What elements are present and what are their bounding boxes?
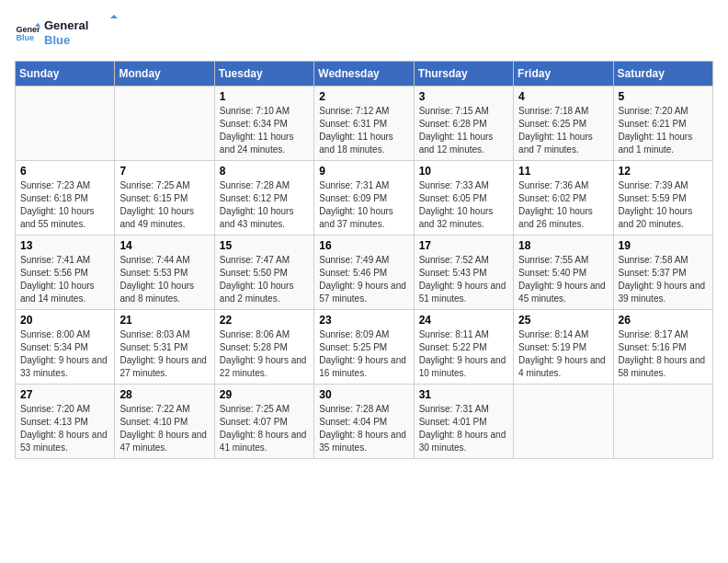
day-number: 16 — [319, 239, 408, 252]
calendar-cell: 21Sunrise: 8:03 AM Sunset: 5:31 PM Dayli… — [115, 310, 214, 385]
day-number: 8 — [220, 165, 309, 178]
day-number: 10 — [419, 165, 508, 178]
day-number: 24 — [419, 314, 508, 327]
calendar-cell: 20Sunrise: 8:00 AM Sunset: 5:34 PM Dayli… — [16, 310, 115, 385]
day-number: 28 — [119, 388, 209, 401]
logo-icon: General Blue — [15, 20, 40, 46]
day-number: 23 — [319, 314, 408, 327]
day-number: 5 — [619, 90, 708, 103]
day-info: Sunrise: 7:52 AM Sunset: 5:43 PM Dayligh… — [419, 254, 508, 305]
calendar-cell: 7Sunrise: 7:25 AM Sunset: 6:15 PM Daylig… — [115, 161, 214, 236]
calendar-cell: 15Sunrise: 7:47 AM Sunset: 5:50 PM Dayli… — [214, 236, 313, 310]
day-info: Sunrise: 7:10 AM Sunset: 6:34 PM Dayligh… — [220, 105, 309, 156]
day-number: 31 — [419, 388, 508, 401]
day-info: Sunrise: 7:49 AM Sunset: 5:46 PM Dayligh… — [319, 254, 408, 305]
day-number: 1 — [220, 90, 309, 103]
calendar-cell — [16, 86, 115, 161]
day-info: Sunrise: 8:17 AM Sunset: 5:16 PM Dayligh… — [619, 328, 708, 380]
calendar-cell: 6Sunrise: 7:23 AM Sunset: 6:18 PM Daylig… — [16, 161, 115, 236]
day-info: Sunrise: 7:47 AM Sunset: 5:50 PM Dayligh… — [220, 254, 309, 305]
day-number: 25 — [518, 314, 608, 327]
day-number: 22 — [220, 314, 309, 327]
calendar-cell: 1Sunrise: 7:10 AM Sunset: 6:34 PM Daylig… — [214, 86, 313, 161]
day-info: Sunrise: 8:14 AM Sunset: 5:19 PM Dayligh… — [518, 328, 608, 380]
calendar-cell — [613, 385, 712, 459]
svg-text:General: General — [44, 18, 88, 32]
calendar-table: SundayMondayTuesdayWednesdayThursdayFrid… — [15, 61, 713, 459]
day-info: Sunrise: 7:33 AM Sunset: 6:05 PM Dayligh… — [419, 179, 508, 231]
calendar-cell: 11Sunrise: 7:36 AM Sunset: 6:02 PM Dayli… — [514, 161, 613, 236]
calendar-cell: 3Sunrise: 7:15 AM Sunset: 6:28 PM Daylig… — [414, 86, 513, 161]
day-info: Sunrise: 7:44 AM Sunset: 5:53 PM Dayligh… — [119, 254, 209, 305]
calendar-cell: 8Sunrise: 7:28 AM Sunset: 6:12 PM Daylig… — [214, 161, 313, 236]
day-number: 27 — [20, 388, 109, 401]
day-number: 26 — [619, 314, 708, 327]
day-number: 2 — [319, 90, 408, 103]
day-number: 17 — [419, 239, 508, 252]
day-info: Sunrise: 8:06 AM Sunset: 5:28 PM Dayligh… — [220, 328, 309, 380]
day-number: 6 — [20, 165, 109, 178]
calendar-cell: 29Sunrise: 7:25 AM Sunset: 4:07 PM Dayli… — [214, 385, 313, 459]
day-info: Sunrise: 7:55 AM Sunset: 5:40 PM Dayligh… — [518, 254, 608, 305]
calendar-cell: 2Sunrise: 7:12 AM Sunset: 6:31 PM Daylig… — [314, 86, 414, 161]
calendar-cell: 31Sunrise: 7:31 AM Sunset: 4:01 PM Dayli… — [414, 385, 513, 459]
calendar-cell: 9Sunrise: 7:31 AM Sunset: 6:09 PM Daylig… — [314, 161, 414, 236]
day-info: Sunrise: 8:03 AM Sunset: 5:31 PM Dayligh… — [119, 328, 209, 380]
day-number: 3 — [419, 90, 508, 103]
weekday-header-saturday: Saturday — [613, 62, 712, 86]
svg-text:Blue: Blue — [16, 33, 34, 42]
day-number: 9 — [319, 165, 408, 178]
calendar-week-row: 13Sunrise: 7:41 AM Sunset: 5:56 PM Dayli… — [16, 236, 713, 310]
day-number: 4 — [518, 90, 608, 103]
weekday-header-wednesday: Wednesday — [314, 62, 414, 86]
calendar-cell: 12Sunrise: 7:39 AM Sunset: 5:59 PM Dayli… — [613, 161, 712, 236]
calendar-cell: 19Sunrise: 7:58 AM Sunset: 5:37 PM Dayli… — [613, 236, 712, 310]
day-info: Sunrise: 7:58 AM Sunset: 5:37 PM Dayligh… — [619, 254, 708, 305]
day-info: Sunrise: 7:22 AM Sunset: 4:10 PM Dayligh… — [119, 403, 209, 454]
day-info: Sunrise: 7:18 AM Sunset: 6:25 PM Dayligh… — [518, 105, 608, 156]
day-info: Sunrise: 8:00 AM Sunset: 5:34 PM Dayligh… — [20, 328, 109, 380]
calendar-week-row: 27Sunrise: 7:20 AM Sunset: 4:13 PM Dayli… — [16, 385, 713, 459]
day-info: Sunrise: 7:31 AM Sunset: 4:01 PM Dayligh… — [419, 403, 508, 454]
calendar-cell: 28Sunrise: 7:22 AM Sunset: 4:10 PM Dayli… — [115, 385, 214, 459]
calendar-week-row: 20Sunrise: 8:00 AM Sunset: 5:34 PM Dayli… — [16, 310, 713, 385]
calendar-cell: 27Sunrise: 7:20 AM Sunset: 4:13 PM Dayli… — [16, 385, 115, 459]
day-info: Sunrise: 7:41 AM Sunset: 5:56 PM Dayligh… — [20, 254, 109, 305]
weekday-header-thursday: Thursday — [414, 62, 513, 86]
calendar-cell: 30Sunrise: 7:28 AM Sunset: 4:04 PM Dayli… — [314, 385, 414, 459]
calendar-cell: 17Sunrise: 7:52 AM Sunset: 5:43 PM Dayli… — [414, 236, 513, 310]
weekday-header-friday: Friday — [514, 62, 613, 86]
svg-marker-5 — [110, 15, 118, 18]
day-info: Sunrise: 7:23 AM Sunset: 6:18 PM Dayligh… — [20, 179, 109, 231]
calendar-cell: 16Sunrise: 7:49 AM Sunset: 5:46 PM Dayli… — [314, 236, 414, 310]
calendar-cell: 10Sunrise: 7:33 AM Sunset: 6:05 PM Dayli… — [414, 161, 513, 236]
calendar-cell — [115, 86, 214, 161]
calendar-cell: 13Sunrise: 7:41 AM Sunset: 5:56 PM Dayli… — [16, 236, 115, 310]
calendar-cell: 26Sunrise: 8:17 AM Sunset: 5:16 PM Dayli… — [613, 310, 712, 385]
day-number: 21 — [119, 314, 209, 327]
day-info: Sunrise: 7:25 AM Sunset: 4:07 PM Dayligh… — [220, 403, 309, 454]
weekday-header-monday: Monday — [115, 62, 214, 86]
calendar-cell: 25Sunrise: 8:14 AM Sunset: 5:19 PM Dayli… — [514, 310, 613, 385]
day-number: 18 — [518, 239, 608, 252]
calendar-week-row: 6Sunrise: 7:23 AM Sunset: 6:18 PM Daylig… — [16, 161, 713, 236]
day-number: 20 — [20, 314, 109, 327]
day-number: 7 — [119, 165, 209, 178]
day-info: Sunrise: 7:31 AM Sunset: 6:09 PM Dayligh… — [319, 179, 408, 231]
calendar-cell: 22Sunrise: 8:06 AM Sunset: 5:28 PM Dayli… — [214, 310, 313, 385]
day-info: Sunrise: 7:28 AM Sunset: 6:12 PM Dayligh… — [220, 179, 309, 231]
day-info: Sunrise: 7:15 AM Sunset: 6:28 PM Dayligh… — [419, 105, 508, 156]
day-number: 29 — [220, 388, 309, 401]
calendar-week-row: 1Sunrise: 7:10 AM Sunset: 6:34 PM Daylig… — [16, 86, 713, 161]
calendar-cell: 5Sunrise: 7:20 AM Sunset: 6:21 PM Daylig… — [613, 86, 712, 161]
calendar-cell: 14Sunrise: 7:44 AM Sunset: 5:53 PM Dayli… — [115, 236, 214, 310]
day-number: 30 — [319, 388, 408, 401]
calendar-cell: 24Sunrise: 8:11 AM Sunset: 5:22 PM Dayli… — [414, 310, 513, 385]
day-info: Sunrise: 7:39 AM Sunset: 5:59 PM Dayligh… — [619, 179, 708, 231]
day-number: 12 — [619, 165, 708, 178]
day-info: Sunrise: 8:09 AM Sunset: 5:25 PM Dayligh… — [319, 328, 408, 380]
day-info: Sunrise: 7:28 AM Sunset: 4:04 PM Dayligh… — [319, 403, 408, 454]
day-number: 13 — [20, 239, 109, 252]
day-info: Sunrise: 7:12 AM Sunset: 6:31 PM Dayligh… — [319, 105, 408, 156]
calendar-cell — [514, 385, 613, 459]
